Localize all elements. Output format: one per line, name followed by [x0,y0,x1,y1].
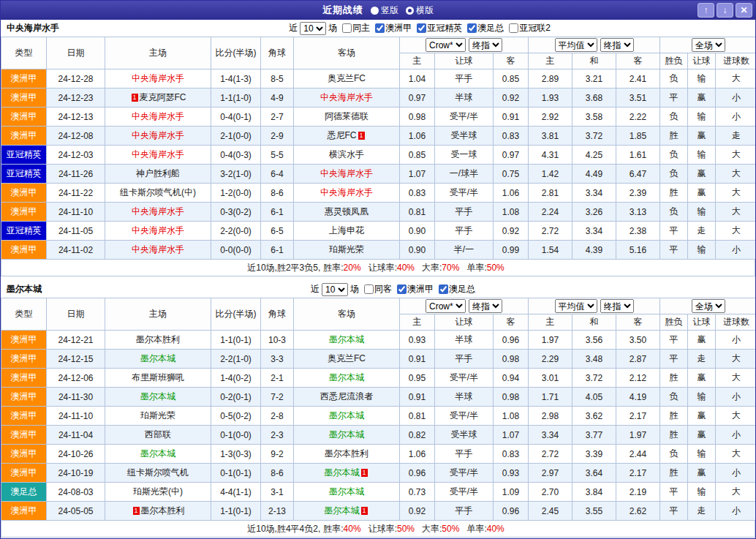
avg-away-cell: 2.17 [616,407,660,426]
close-icon[interactable]: ✕ [736,3,752,18]
team-link[interactable]: 中央海岸水手 [132,244,184,255]
odds-source-select[interactable]: 全场 [692,38,725,52]
filter-checkbox[interactable]: 同主 [342,22,370,34]
team-link[interactable]: 中央海岸水手 [320,187,373,197]
team-link[interactable]: 中央海岸水手 [132,130,184,140]
away-team-cell: 横滨水手 [294,146,400,165]
filter-checkbox[interactable]: 亚冠联2 [509,22,551,34]
team-link[interactable]: 悉尼FC [328,130,357,140]
odds-source-select[interactable]: Crow* [426,299,466,313]
avg-draw-cell: 3.48 [572,350,616,369]
odds-source-select[interactable]: 平均值 [555,38,597,52]
layout-radio-vertical[interactable]: 竖版 [371,4,398,17]
team-link[interactable]: 墨尔本城 [329,486,364,497]
results-table: 类型日期主场比分(半场)角球客场Crow*终指平均值终指全场主让球客主和客胜负让… [1,298,756,521]
filter-checkbox-input[interactable] [509,23,518,33]
team-link[interactable]: 墨尔本城 [140,391,175,402]
match-count-select[interactable]: 10 [322,283,348,296]
team-name: 墨尔本城 [7,283,42,295]
league-cell: 澳洲甲 [1,69,47,88]
odds-source-select[interactable]: 终指 [469,299,502,313]
filter-checkbox-label: 亚冠联2 [519,22,551,34]
filter-checkbox-input[interactable] [467,23,477,33]
table-row: 亚冠精英24-11-05中央海岸水手2-2(0-0)6-5上海申花0.90平手0… [1,222,756,241]
team-link[interactable]: 墨尔本城 [140,353,175,363]
team-link[interactable]: 墨尔本胜利 [325,448,368,459]
avg-draw-cell: 3.34 [572,184,616,203]
odds-source-select[interactable]: 终指 [469,38,502,52]
team-link[interactable]: 墨尔本胜利 [141,505,185,516]
team-link[interactable]: 墨尔本城 [329,372,364,382]
score-cell: 0-4(0-3) [211,146,261,165]
goals-result-cell: 小 [716,388,756,407]
up-arrow-button[interactable]: ↑ [698,3,714,18]
team-link[interactable]: 奥克兰FC [328,353,366,363]
team-link[interactable]: 墨尔本城 [325,467,360,478]
handicap-result-cell: 输 [688,146,716,165]
handicap-cell: 受平/半 [435,108,494,127]
odds-source-select[interactable]: 全场 [692,299,725,313]
team-link[interactable]: 中央海岸水手 [132,149,184,159]
team-link[interactable]: 阿德莱德联 [325,111,368,121]
table-row: 澳洲甲24-12-08中央海岸水手2-1(0-0)2-9悉尼FC11.06受半球… [1,127,756,146]
away-team-cell: 悉尼FC1 [294,127,400,146]
team-link[interactable]: 墨尔本城 [329,410,364,421]
team-link[interactable]: 纽卡斯尔喷气机(中) [120,187,196,197]
team-link[interactable]: 墨尔本城 [325,505,360,516]
filter-checkbox-input[interactable] [417,23,426,33]
goals-result-cell: 小 [716,331,756,350]
goals-result-cell: 大 [716,407,756,426]
team-link[interactable]: 珀斯光荣 [140,410,175,421]
team-link[interactable]: 惠灵顿凤凰 [325,206,368,216]
down-arrow-button[interactable]: ↓ [717,3,733,18]
avg-away-cell: 2.22 [616,108,660,127]
team-link[interactable]: 中央海岸水手 [132,206,184,216]
odds-source-select[interactable]: 终指 [600,38,634,52]
team-link[interactable]: 墨尔本城 [329,334,364,344]
team-link[interactable]: 纽卡斯尔喷气机 [127,467,189,478]
team-link[interactable]: 墨尔本城 [329,429,364,440]
team-link[interactable]: 珀斯光荣 [329,244,364,255]
team-link[interactable]: 中央海岸水手 [132,111,184,121]
home-team-cell: 1麦克阿瑟FC [105,88,211,108]
team-link[interactable]: 上海申花 [329,225,364,235]
team-link[interactable]: 中央海岸水手 [320,168,373,178]
team-link[interactable]: 奥克兰FC [328,73,366,83]
team-link[interactable]: 麦克阿瑟FC [140,92,186,102]
avg-draw-cell: 3.77 [572,426,616,445]
odds-source-select[interactable]: 终指 [600,299,634,313]
team-link[interactable]: 墨尔本城 [140,448,175,459]
filter-checkbox[interactable]: 澳足总 [439,283,475,295]
filter-checkbox[interactable]: 澳洲甲 [375,22,412,34]
filter-checkbox[interactable]: 澳足总 [467,22,504,34]
odds-source-select[interactable]: Crow* [426,38,466,52]
score-cell: 1-4(1-3) [211,69,261,88]
filter-checkbox-input[interactable] [397,284,407,294]
avg-draw-cell: 4.49 [572,165,616,184]
team-link[interactable]: 珀斯光荣(中) [133,486,183,497]
match-count-select[interactable]: 10 [300,22,326,35]
filter-checkbox-input[interactable] [439,284,448,294]
team-link[interactable]: 神户胜利船 [136,168,180,178]
team-link[interactable]: 横滨水手 [329,149,364,159]
away-odds-cell: 0.92 [494,222,529,241]
filter-checkbox[interactable]: 亚冠精英 [417,22,462,34]
result-cell: 负 [660,388,688,407]
avg-home-cell: 2.89 [529,69,572,88]
odds-source-select[interactable]: 平均值 [555,299,597,313]
team-link[interactable]: 西部联 [145,429,171,440]
avg-home-cell: 1.97 [529,331,572,350]
team-link[interactable]: 中央海岸水手 [320,92,373,102]
radio-selected-icon [406,7,414,15]
filter-checkbox[interactable]: 同客 [364,283,392,295]
team-link[interactable]: 墨尔本胜利 [136,334,180,344]
layout-radio-horizontal[interactable]: 横版 [406,4,434,17]
filter-checkbox[interactable]: 澳洲甲 [397,283,434,295]
team-link[interactable]: 西悉尼流浪者 [320,391,373,402]
team-link[interactable]: 中央海岸水手 [132,225,184,235]
team-link[interactable]: 中央海岸水手 [132,73,184,83]
team-link[interactable]: 布里斯班狮吼 [132,372,184,382]
filter-checkbox-input[interactable] [342,23,352,33]
filter-checkbox-input[interactable] [375,23,385,33]
filter-checkbox-input[interactable] [364,284,374,294]
